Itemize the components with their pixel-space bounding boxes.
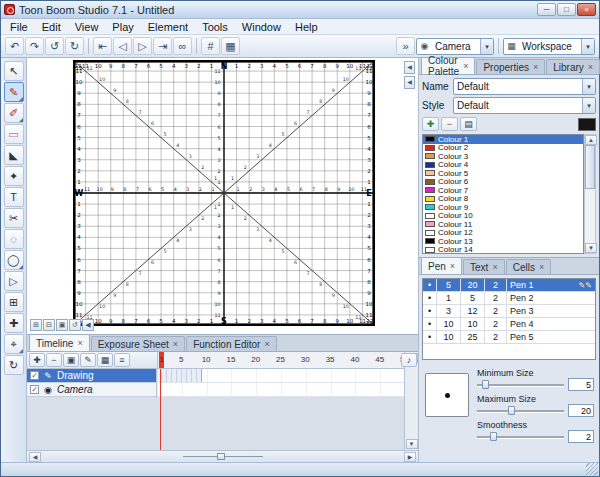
add-peg-element-button[interactable]: ▦ — [97, 353, 113, 367]
pen-tab-text[interactable]: Text× — [463, 259, 505, 274]
contour-editor-tool[interactable]: ◌ — [4, 229, 24, 249]
zoom-tool[interactable]: ⌖ — [4, 334, 24, 354]
tab-close-icon[interactable]: × — [77, 338, 82, 348]
timeline-tab-exposure-sheet[interactable]: Exposure Sheet× — [91, 336, 185, 351]
rotate-view-tool[interactable]: ↻ — [4, 355, 24, 375]
reset-view-button[interactable]: ↺ — [69, 319, 81, 331]
resize-grip[interactable] — [586, 463, 598, 475]
max-size-value[interactable]: 20 — [568, 404, 594, 417]
collapse-properties-button[interactable]: ◀ — [404, 76, 415, 89]
min-size-slider[interactable] — [477, 380, 564, 389]
select-tool[interactable]: ↖ — [4, 61, 24, 81]
track-frames-cell[interactable] — [157, 383, 404, 397]
timeline-scrollbar[interactable]: ◀ ▶ — [27, 450, 418, 462]
tab-close-icon[interactable]: × — [588, 62, 593, 72]
colour-row[interactable]: Colour 13 — [423, 237, 583, 246]
timeline-tab-timeline[interactable]: Timeline× — [29, 334, 90, 351]
colour-row[interactable]: Colour 3 — [423, 152, 583, 161]
ellipse-tool[interactable]: ◯ — [4, 250, 24, 270]
smoothness-slider-thumb[interactable] — [490, 432, 497, 441]
palette-style-select[interactable]: Default ▾ — [453, 97, 596, 114]
first-frame-button[interactable]: ⇤ — [93, 37, 112, 55]
scroll-down-icon[interactable]: ▼ — [585, 243, 597, 253]
minimize-button[interactable]: ─ — [537, 3, 556, 16]
frame-ruler[interactable]: 15101520253035404550 — [157, 352, 404, 368]
pen-row[interactable]: •5202Pen 1✎✎ — [423, 279, 595, 292]
cutter-tool[interactable]: ✂ — [4, 208, 24, 228]
text-tool[interactable]: T — [4, 187, 24, 207]
collapse-right-panel-button[interactable]: ◀ — [404, 61, 415, 74]
side-view-button[interactable]: ⊟ — [43, 319, 55, 331]
pen-tab-pen[interactable]: Pen× — [421, 257, 462, 274]
sound-button[interactable]: ♪ — [401, 353, 417, 367]
titlebar[interactable]: Toon Boom Studio 7.1 - Untitled ─□× — [1, 1, 599, 19]
tab-close-icon[interactable]: × — [173, 339, 178, 349]
rotate-cw-button[interactable]: ↻ — [65, 37, 84, 55]
dropdown-arrow-icon[interactable]: ▾ — [581, 39, 594, 54]
pencil-tool[interactable]: ✎ — [4, 82, 24, 102]
transform-tool[interactable]: ⊞ — [4, 292, 24, 312]
colour-row[interactable]: Colour 1 — [423, 135, 583, 144]
smoothness-value[interactable]: 2 — [568, 430, 594, 443]
palette-name-select[interactable]: Default ▾ — [453, 78, 596, 95]
field-chart[interactable]: 1111111111111111222222222222222233333333… — [73, 60, 375, 326]
track-name-cell[interactable]: ✓◉Camera — [27, 383, 157, 397]
smoothness-slider[interactable] — [477, 432, 564, 441]
menu-help[interactable]: Help — [288, 20, 325, 34]
scroll-up-icon[interactable]: ▲ — [585, 135, 597, 145]
pen-tab-cells[interactable]: Cells× — [506, 259, 552, 274]
max-size-slider[interactable] — [477, 406, 564, 415]
tab-close-icon[interactable]: × — [492, 262, 497, 272]
colour-row[interactable]: Colour 8 — [423, 195, 583, 204]
timeline-zoom-thumb[interactable] — [217, 453, 225, 460]
delete-element-button[interactable]: − — [46, 353, 62, 367]
redo-button[interactable]: ↷ — [25, 37, 44, 55]
panel-tab-properties[interactable]: Properties× — [476, 59, 545, 74]
scroll-down-icon[interactable]: ▼ — [406, 439, 418, 449]
pen-row[interactable]: •10252Pen 5 — [423, 331, 595, 344]
pen-row[interactable]: •10102Pen 4 — [423, 318, 595, 331]
menu-tools[interactable]: Tools — [195, 20, 235, 34]
menu-view[interactable]: View — [68, 20, 106, 34]
grid-button[interactable]: # — [201, 37, 220, 55]
tab-close-icon[interactable]: × — [264, 339, 269, 349]
pen-row[interactable]: •152Pen 2 — [423, 292, 595, 305]
timeline-track-row[interactable]: ✓◉Camera — [27, 383, 404, 397]
close-button[interactable]: × — [577, 3, 596, 16]
tab-close-icon[interactable]: × — [539, 262, 544, 272]
min-size-value[interactable]: 5 — [568, 378, 594, 391]
loop-button[interactable]: ∞ — [173, 37, 192, 55]
colour-row[interactable]: Colour 7 — [423, 186, 583, 195]
track-frames-cell[interactable] — [157, 369, 404, 383]
brush-tool[interactable]: ✐ — [4, 103, 24, 123]
menu-play[interactable]: Play — [105, 20, 140, 34]
play-button[interactable]: ▷ — [133, 37, 152, 55]
tab-close-icon[interactable]: × — [533, 62, 538, 72]
rotate-ccw-button[interactable]: ↺ — [45, 37, 64, 55]
new-colour-button[interactable]: ✚ — [422, 117, 439, 131]
drawing-canvas[interactable]: 1111111111111111222222222222222233333333… — [27, 58, 419, 334]
paint-bucket-tool[interactable]: ◣ — [4, 145, 24, 165]
dropdown-arrow-icon[interactable]: ▾ — [582, 98, 595, 113]
remove-colour-button[interactable]: − — [441, 117, 458, 131]
menu-window[interactable]: Window — [235, 20, 288, 34]
menu-file[interactable]: File — [3, 20, 35, 34]
timeline-track-row[interactable]: ✓✎Drawing — [27, 369, 404, 383]
menu-edit[interactable]: Edit — [35, 20, 68, 34]
colour-row[interactable]: Colour 5 — [423, 169, 583, 178]
tab-close-icon[interactable]: × — [450, 261, 455, 271]
track-visibility-checkbox[interactable]: ✓ — [30, 371, 39, 380]
dropper-tool[interactable]: ✦ — [4, 166, 24, 186]
scroll-left-icon[interactable]: ◀ — [29, 452, 41, 462]
colour-row[interactable]: Colour 14 — [423, 246, 583, 255]
scrollbar-thumb[interactable] — [585, 145, 595, 189]
grabber-tool[interactable]: ✚ — [4, 313, 24, 333]
collapse-timeline-button[interactable]: ◀ — [82, 319, 94, 331]
min-size-slider-thumb[interactable] — [482, 380, 489, 389]
max-size-slider-thumb[interactable] — [508, 406, 515, 415]
scroll-right-icon[interactable]: ▶ — [404, 452, 416, 462]
panel-tab-library[interactable]: Library× — [546, 59, 600, 74]
colour-row[interactable]: Colour 11 — [423, 220, 583, 229]
timeline-tab-function-editor[interactable]: Function Editor× — [186, 336, 277, 351]
next-frame-button[interactable]: ⇥ — [153, 37, 172, 55]
